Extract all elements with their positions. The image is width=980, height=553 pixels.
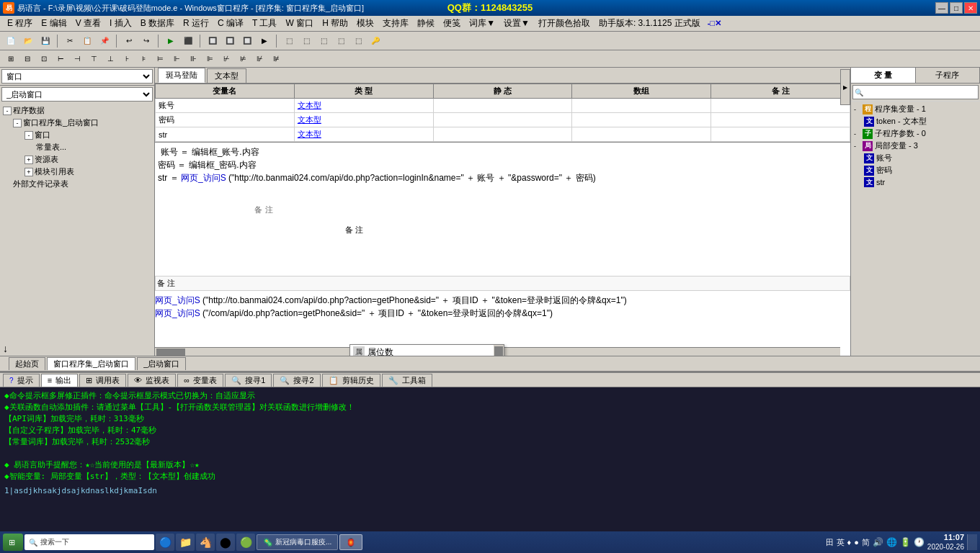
code-editor[interactable]: 账号 ＝ 编辑框_账号.内容 密码 ＝ 编辑框_密码.内容 str ＝ 网页_访… bbox=[155, 143, 850, 356]
tb2-3[interactable]: ⊡ bbox=[36, 51, 52, 67]
tb-record-icon[interactable]: ⬤ bbox=[216, 534, 235, 551]
btab-hint[interactable]: ? 提示 bbox=[3, 374, 40, 387]
rp-tab-subs[interactable]: 子程序 bbox=[916, 68, 981, 83]
btab-search1[interactable]: 🔍 搜寻1 bbox=[225, 374, 272, 387]
minimize-button[interactable]: — bbox=[935, 2, 948, 14]
tray-icon-dot2[interactable]: ● bbox=[854, 538, 859, 547]
tool12[interactable]: ⬚ bbox=[333, 33, 349, 49]
btab-monitor[interactable]: 👁 监视表 bbox=[128, 374, 176, 387]
rp-tree-var-str[interactable]: 文 str bbox=[852, 176, 979, 188]
undo-button[interactable]: ↩ bbox=[121, 33, 137, 49]
tb-virus-app[interactable]: 🦠 新冠病毒口服疫... bbox=[257, 534, 338, 550]
tb2-6[interactable]: ⊤ bbox=[86, 51, 102, 67]
tool7[interactable]: 🔲 bbox=[239, 33, 255, 49]
tb-folder-icon[interactable]: 📁 bbox=[176, 534, 195, 551]
copy-button[interactable]: 📋 bbox=[79, 33, 95, 49]
menu-static[interactable]: 静候 bbox=[413, 16, 439, 31]
tray-icon-dot[interactable]: ♦ bbox=[847, 538, 852, 547]
redo-button[interactable]: ↪ bbox=[138, 33, 154, 49]
wt-tab-windowset[interactable]: 窗口程序集_启动窗口 bbox=[47, 357, 135, 370]
tree-modules[interactable]: + 模块引用表 bbox=[1, 166, 153, 178]
menu-settings[interactable]: 设置▼ bbox=[499, 16, 534, 31]
menu-run[interactable]: R 运行 bbox=[179, 16, 213, 31]
new-button[interactable]: 📄 bbox=[3, 33, 19, 49]
tb2-8[interactable]: ⊦ bbox=[119, 51, 135, 67]
tb2-16[interactable]: ⊮ bbox=[251, 51, 267, 67]
tab-banma[interactable]: 斑马登陆 bbox=[158, 68, 205, 83]
menu-program[interactable]: E 程序 bbox=[3, 16, 37, 31]
menu-compile[interactable]: C 编译 bbox=[213, 16, 248, 31]
tool11[interactable]: ⬚ bbox=[316, 33, 331, 49]
ac-item-weishu[interactable]: 属 属位数 bbox=[350, 345, 504, 356]
tb-active-app[interactable]: 🏮 bbox=[339, 534, 362, 550]
window-type-dropdown[interactable]: 窗口 bbox=[1, 69, 153, 84]
menu-tools[interactable]: T 工具 bbox=[248, 16, 281, 31]
tb2-10[interactable]: ⊨ bbox=[152, 51, 168, 67]
tray-network-icon[interactable]: 🌐 bbox=[886, 537, 897, 547]
tray-icon-en[interactable]: 英 bbox=[837, 537, 845, 548]
tb2-14[interactable]: ⊬ bbox=[218, 51, 234, 67]
tray-icon-field[interactable]: 田 bbox=[826, 537, 834, 548]
tool14[interactable]: 🔑 bbox=[368, 33, 383, 49]
save-button[interactable]: 💾 bbox=[37, 33, 53, 49]
tree-resources[interactable]: + 资源表 bbox=[1, 153, 153, 166]
menu-help[interactable]: H 帮助 bbox=[318, 16, 352, 31]
wt-tab-start[interactable]: 起始页 bbox=[9, 357, 45, 370]
start-button[interactable]: ⊞ bbox=[3, 534, 23, 551]
taskbar-search[interactable]: 🔍 搜索一下 bbox=[24, 534, 154, 550]
btab-output[interactable]: ≡ 输出 bbox=[41, 374, 78, 387]
run-button[interactable]: ▶ bbox=[163, 33, 179, 49]
rp-tab-vars[interactable]: 变 量 bbox=[851, 68, 916, 83]
btab-search2[interactable]: 🔍 搜寻2 bbox=[273, 374, 320, 387]
rp-tree-progvars[interactable]: - 程 程序集变量 - 1 bbox=[852, 103, 979, 115]
menu-color[interactable]: 打开颜色拾取 bbox=[534, 16, 594, 31]
open-button[interactable]: 📂 bbox=[20, 33, 36, 49]
tb2-2[interactable]: ⊟ bbox=[19, 51, 35, 67]
menu-edit[interactable]: E 编辑 bbox=[37, 16, 71, 31]
clock-area[interactable]: 11:07 2020-02-26 bbox=[927, 532, 964, 552]
menu-support[interactable]: 支持库 bbox=[378, 16, 413, 31]
close-button[interactable]: ✕ bbox=[964, 2, 977, 14]
autocomplete-dropdown[interactable]: 属 属位数 属 属外形 属 属位与 命 位或 bbox=[349, 344, 504, 356]
tree-external[interactable]: 外部文件记录表 bbox=[1, 178, 153, 190]
menu-note[interactable]: 便笺 bbox=[439, 16, 465, 31]
tb-horse-icon[interactable]: 🐴 bbox=[196, 534, 215, 551]
expand-icon5[interactable]: + bbox=[24, 168, 33, 176]
window-name-dropdown[interactable]: _启动窗口 bbox=[1, 87, 153, 102]
right-panel-expand[interactable]: ▶ bbox=[840, 69, 850, 105]
variable-search-input[interactable] bbox=[863, 86, 976, 99]
tb2-12[interactable]: ⊪ bbox=[185, 51, 201, 67]
menu-dict[interactable]: 词库▼ bbox=[465, 16, 499, 31]
menu-insert[interactable]: I 插入 bbox=[105, 16, 136, 31]
tool10[interactable]: ⬚ bbox=[298, 33, 314, 49]
tb2-4[interactable]: ⊢ bbox=[53, 51, 68, 67]
expand-icon4[interactable]: + bbox=[24, 156, 33, 164]
expand-icon[interactable]: - bbox=[3, 107, 12, 115]
tb2-7[interactable]: ⊥ bbox=[102, 51, 118, 67]
btab-calltable[interactable]: ⊞ 调用表 bbox=[79, 374, 126, 387]
rp-tree-localvars[interactable]: - 局 局部变量 - 3 bbox=[852, 140, 979, 152]
tray-battery-icon[interactable]: 🔋 bbox=[900, 537, 911, 547]
tb2-9[interactable]: ⊧ bbox=[135, 51, 151, 67]
tree-window-set[interactable]: - 窗口程序集_启动窗口 bbox=[1, 117, 153, 129]
tool13[interactable]: ⬚ bbox=[350, 33, 366, 49]
maximize-button[interactable]: □ bbox=[950, 2, 963, 14]
tb2-1[interactable]: ⊞ bbox=[3, 51, 19, 67]
show-desktop-button[interactable] bbox=[967, 534, 977, 550]
wt-tab-startup[interactable]: _启动窗口 bbox=[137, 357, 186, 370]
tray-icon-simple[interactable]: 简 bbox=[862, 537, 870, 548]
rp-tree-var-password[interactable]: 文 密码 bbox=[852, 164, 979, 176]
tool9[interactable]: ⬚ bbox=[281, 33, 297, 49]
var-type-account[interactable]: 文本型 bbox=[294, 99, 433, 113]
expand-icon3[interactable]: - bbox=[24, 131, 33, 140]
menu-view[interactable]: V 查看 bbox=[71, 16, 105, 31]
btab-vars[interactable]: ∞ 变量表 bbox=[177, 374, 223, 387]
menu-module[interactable]: 模块 bbox=[352, 16, 378, 31]
tb2-5[interactable]: ⊣ bbox=[69, 51, 85, 67]
tree-program-data[interactable]: - 程序数据 bbox=[1, 104, 153, 117]
stop-button[interactable]: ⬛ bbox=[180, 33, 196, 49]
tb-chrome-icon[interactable]: 🟢 bbox=[236, 534, 255, 551]
tray-speaker-icon[interactable]: 🔊 bbox=[873, 537, 883, 547]
tree-window[interactable]: - 窗口 bbox=[1, 129, 153, 141]
rp-tree-token[interactable]: 文 token - 文本型 bbox=[852, 115, 979, 127]
